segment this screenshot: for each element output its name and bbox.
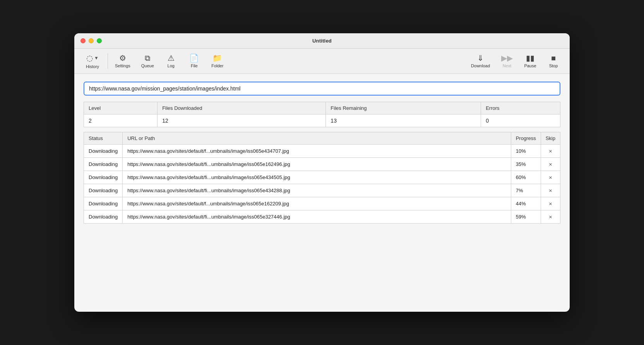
- table-row: Downloadinghttps://www.nasa.gov/sites/de…: [84, 184, 560, 197]
- traffic-lights: [80, 38, 102, 43]
- progress-cell: 10%: [511, 145, 541, 158]
- url-cell: https://www.nasa.gov/sites/default/fi...…: [123, 158, 511, 171]
- maximize-button[interactable]: [97, 38, 102, 43]
- queue-icon: ⧉: [145, 54, 150, 62]
- url-cell: https://www.nasa.gov/sites/default/fi...…: [123, 210, 511, 224]
- close-button[interactable]: [80, 38, 86, 43]
- url-path-header: URL or Path: [123, 132, 511, 145]
- files-remaining-value: 13: [326, 114, 481, 127]
- app-window: Untitled ◌ ▼ History ⚙ Settings ⧉ Queue …: [74, 33, 570, 312]
- pause-button[interactable]: ▮▮ Pause: [519, 52, 542, 70]
- skip-button[interactable]: ×: [541, 184, 560, 197]
- status-cell: Downloading: [84, 145, 123, 158]
- history-button[interactable]: ◌ ▼ History: [79, 51, 106, 71]
- progress-cell: 60%: [511, 171, 541, 184]
- progress-cell: 7%: [511, 184, 541, 197]
- status-cell: Downloading: [84, 171, 123, 184]
- url-input[interactable]: [84, 82, 560, 96]
- stop-icon: ■: [551, 54, 556, 62]
- settings-icon: ⚙: [119, 54, 126, 62]
- url-cell: https://www.nasa.gov/sites/default/f...u…: [123, 145, 511, 158]
- skip-button[interactable]: ×: [541, 171, 560, 184]
- url-cell: https://www.nasa.gov/sites/default/fi...…: [123, 184, 511, 197]
- status-cell: Downloading: [84, 210, 123, 224]
- toolbar-separator-1: [108, 53, 108, 69]
- table-row: Downloadinghttps://www.nasa.gov/sites/de…: [84, 171, 560, 184]
- folder-label: Folder: [211, 63, 223, 68]
- level-header: Level: [84, 102, 158, 114]
- download-label: Download: [471, 63, 490, 68]
- download-button[interactable]: ⇓ Download: [466, 52, 495, 70]
- errors-header: Errors: [481, 102, 560, 114]
- status-header: Status: [84, 132, 123, 145]
- table-row: Downloadinghttps://www.nasa.gov/sites/de…: [84, 158, 560, 171]
- skip-header: Skip: [541, 132, 560, 145]
- level-value: 2: [84, 114, 158, 127]
- status-cell: Downloading: [84, 158, 123, 171]
- content-area: Level Files Downloaded Files Remaining E…: [74, 74, 570, 312]
- folder-icon: 📁: [212, 54, 222, 62]
- next-label: Next: [503, 63, 512, 68]
- progress-cell: 44%: [511, 197, 541, 210]
- skip-button[interactable]: ×: [541, 158, 560, 171]
- pause-icon: ▮▮: [526, 54, 534, 62]
- log-icon: ⚠: [168, 54, 175, 62]
- status-cell: Downloading: [84, 184, 123, 197]
- queue-button[interactable]: ⧉ Queue: [136, 52, 159, 70]
- pause-label: Pause: [524, 63, 536, 68]
- settings-button[interactable]: ⚙ Settings: [110, 52, 136, 70]
- folder-button[interactable]: 📁 Folder: [206, 52, 229, 70]
- file-icon: 📄: [189, 54, 199, 62]
- title-bar: Untitled: [74, 33, 570, 49]
- download-icon: ⇓: [477, 54, 484, 62]
- history-icon: ◌ ▼: [86, 53, 99, 63]
- history-label: History: [86, 64, 99, 69]
- progress-cell: 59%: [511, 210, 541, 224]
- log-button[interactable]: ⚠ Log: [159, 52, 183, 70]
- progress-cell: 35%: [511, 158, 541, 171]
- queue-label: Queue: [141, 63, 154, 68]
- files-downloaded-value: 12: [158, 114, 326, 127]
- files-downloaded-header: Files Downloaded: [158, 102, 326, 114]
- stop-label: Stop: [549, 63, 558, 68]
- stats-row: 2 12 13 0: [84, 114, 560, 127]
- url-cell: https://www.nasa.gov/sites/default/fi...…: [123, 171, 511, 184]
- log-label: Log: [168, 63, 175, 68]
- next-icon: ▶▶: [501, 54, 513, 62]
- files-remaining-header: Files Remaining: [326, 102, 481, 114]
- file-button[interactable]: 📄 File: [183, 52, 206, 70]
- table-row: Downloadinghttps://www.nasa.gov/sites/de…: [84, 197, 560, 210]
- skip-button[interactable]: ×: [541, 145, 560, 158]
- errors-value: 0: [481, 114, 560, 127]
- minimize-button[interactable]: [89, 38, 94, 43]
- toolbar: ◌ ▼ History ⚙ Settings ⧉ Queue ⚠ Log 📄 F…: [74, 49, 570, 74]
- table-row: Downloadinghttps://www.nasa.gov/sites/de…: [84, 145, 560, 158]
- settings-label: Settings: [115, 63, 130, 68]
- skip-button[interactable]: ×: [541, 210, 560, 224]
- stats-table: Level Files Downloaded Files Remaining E…: [84, 102, 560, 127]
- file-label: File: [191, 63, 198, 68]
- skip-button[interactable]: ×: [541, 197, 560, 210]
- table-row: Downloadinghttps://www.nasa.gov/sites/de…: [84, 210, 560, 224]
- stop-button[interactable]: ■ Stop: [542, 52, 565, 70]
- window-title: Untitled: [312, 38, 332, 44]
- next-button[interactable]: ▶▶ Next: [495, 52, 519, 70]
- status-cell: Downloading: [84, 197, 123, 210]
- downloads-table: Status URL or Path Progress Skip Downloa…: [84, 132, 560, 224]
- url-cell: https://www.nasa.gov/sites/default/f...u…: [123, 197, 511, 210]
- progress-header: Progress: [511, 132, 541, 145]
